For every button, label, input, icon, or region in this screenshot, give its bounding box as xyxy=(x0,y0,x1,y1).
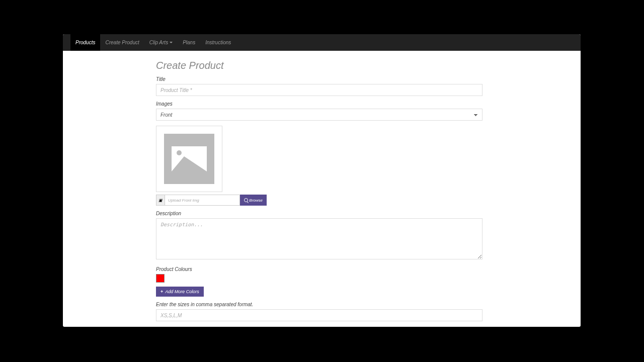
add-more-colors-button[interactable]: +Add More Colors xyxy=(156,287,204,297)
sizes-input[interactable] xyxy=(156,309,482,321)
browse-button[interactable]: Browse xyxy=(240,195,267,206)
color-swatch[interactable] xyxy=(156,274,165,283)
image-icon: ▣ xyxy=(156,195,165,206)
description-label: Description xyxy=(156,211,482,216)
image-placeholder-icon xyxy=(164,134,214,184)
sizes-label: Enter the sizes in comma separated forma… xyxy=(156,302,482,307)
nav-label: Clip Arts xyxy=(149,40,168,45)
title-input[interactable] xyxy=(156,84,482,96)
title-label: Title xyxy=(156,76,482,82)
upload-row: ▣ Upload Front Img Browse xyxy=(156,195,267,206)
content: Create Product Title Images Front ▣ Uplo… xyxy=(63,51,581,327)
nav-label: Products xyxy=(75,40,95,45)
nav-label: Instructions xyxy=(205,40,231,45)
navbar: Products Create Product Clip Arts Plans … xyxy=(63,34,581,51)
upload-field[interactable]: Upload Front Img xyxy=(165,195,240,206)
images-select[interactable]: Front xyxy=(156,109,482,121)
nav-plans[interactable]: Plans xyxy=(178,34,200,51)
browse-label: Browse xyxy=(249,198,263,203)
nav-label: Plans xyxy=(183,40,195,45)
app-window: Products Create Product Clip Arts Plans … xyxy=(63,34,581,327)
search-icon xyxy=(244,198,248,202)
nav-instructions[interactable]: Instructions xyxy=(200,34,236,51)
nav-label: Create Product xyxy=(105,40,139,45)
nav-clip-arts[interactable]: Clip Arts xyxy=(144,34,178,51)
chevron-down-icon xyxy=(170,42,173,43)
price-label: Enter Price xyxy=(156,326,482,327)
description-textarea[interactable] xyxy=(156,218,482,259)
nav-products[interactable]: Products xyxy=(70,34,100,51)
images-label: Images xyxy=(156,101,482,107)
page-title: Create Product xyxy=(156,60,482,71)
plus-icon: + xyxy=(160,289,163,294)
colours-label: Product Colours xyxy=(156,266,482,272)
nav-create-product[interactable]: Create Product xyxy=(100,34,144,51)
image-preview xyxy=(156,126,222,192)
add-colors-label: Add More Colors xyxy=(165,289,199,294)
